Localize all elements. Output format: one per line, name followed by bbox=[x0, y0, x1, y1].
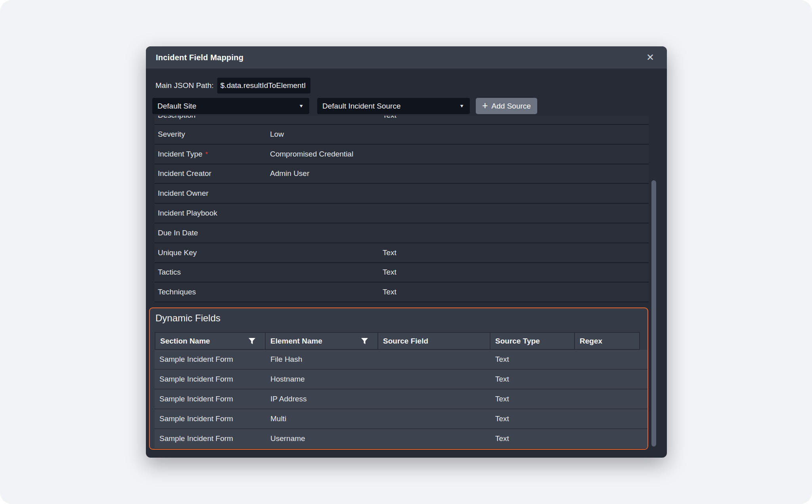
source-type-cell: Text bbox=[490, 355, 575, 364]
field-source-type: Text bbox=[383, 268, 649, 277]
column-header-label: Source Field bbox=[383, 337, 428, 346]
field-label: Unique Key bbox=[158, 248, 197, 257]
column-header-label: Element Name bbox=[270, 337, 322, 346]
dialog-title: Incident Field Mapping bbox=[156, 53, 243, 62]
field-label: Description bbox=[158, 116, 195, 120]
column-header[interactable]: Element Name bbox=[266, 332, 378, 350]
vertical-scrollbar[interactable] bbox=[651, 180, 656, 447]
field-source-type: Text bbox=[383, 288, 649, 296]
field-label: Incident Creator bbox=[158, 169, 211, 178]
field-value: Admin User bbox=[270, 169, 383, 178]
column-header-label: Section Name bbox=[160, 337, 210, 346]
filter-icon[interactable] bbox=[361, 338, 368, 344]
table-row[interactable]: Incident Playbook bbox=[155, 204, 649, 223]
section-name-cell: Sample Incident Form bbox=[155, 375, 266, 384]
table-row[interactable]: Tactics Text bbox=[155, 263, 649, 283]
table-row[interactable]: Unique Key Text bbox=[155, 243, 649, 263]
field-label: Techniques bbox=[158, 288, 196, 296]
chevron-down-icon: ▼ bbox=[459, 103, 464, 109]
chevron-down-icon: ▼ bbox=[299, 103, 304, 109]
plus-icon: + bbox=[482, 101, 488, 111]
table-row[interactable]: Sample Incident Form Username Text bbox=[155, 429, 647, 449]
table-row[interactable]: Techniques Text bbox=[155, 283, 649, 302]
incident-source-dropdown-value: Default Incident Source bbox=[322, 102, 401, 111]
json-path-row: Main JSON Path: bbox=[155, 78, 310, 94]
site-dropdown-value: Default Site bbox=[157, 102, 196, 111]
field-source-type: Text bbox=[383, 248, 649, 257]
table-row[interactable]: Sample Incident Form Multi Text bbox=[155, 409, 647, 429]
section-name-cell: Sample Incident Form bbox=[155, 414, 266, 423]
table-row[interactable]: Incident Type * Compromised Credential bbox=[155, 145, 649, 164]
required-asterisk: * bbox=[205, 151, 208, 158]
table-row[interactable]: Incident Creator Admin User bbox=[155, 164, 649, 184]
section-name-cell: Sample Incident Form bbox=[155, 434, 266, 443]
dynamic-fields-header-row: Section Name Element Name Source Field S… bbox=[155, 332, 647, 350]
json-path-label: Main JSON Path: bbox=[155, 81, 214, 90]
field-source-type: Text bbox=[383, 116, 649, 120]
table-row[interactable]: Due In Date bbox=[155, 223, 649, 243]
field-label: Incident Playbook bbox=[158, 209, 217, 218]
close-icon[interactable]: ✕ bbox=[642, 46, 658, 69]
add-source-button[interactable]: + Add Source bbox=[476, 98, 537, 114]
source-type-cell: Text bbox=[490, 375, 575, 384]
source-type-cell: Text bbox=[490, 414, 575, 423]
filter-icon[interactable] bbox=[249, 338, 255, 344]
incident-field-mapping-dialog: Incident Field Mapping ✕ Main JSON Path:… bbox=[146, 46, 667, 458]
table-row[interactable]: Sample Incident Form IP Address Text bbox=[155, 389, 647, 409]
field-label: Due In Date bbox=[158, 229, 198, 237]
dynamic-fields-heading: Dynamic Fields bbox=[155, 313, 220, 324]
field-value: Low bbox=[270, 130, 383, 139]
dialog-titlebar: Incident Field Mapping ✕ bbox=[146, 46, 667, 69]
field-label: Severity bbox=[158, 130, 185, 139]
table-row[interactable]: Sample Incident Form File Hash Text bbox=[155, 350, 647, 370]
table-row[interactable]: Incident Owner bbox=[155, 184, 649, 204]
incident-fields-table[interactable]: Description Text Severity Low Incident T… bbox=[155, 116, 649, 302]
source-controls-row: Default Site ▼ Default Incident Source ▼… bbox=[152, 98, 537, 114]
table-row[interactable]: Sample Incident Form Hostname Text bbox=[155, 370, 647, 389]
source-type-cell: Text bbox=[490, 434, 575, 443]
field-label: Incident Owner bbox=[158, 189, 209, 198]
header-spacer bbox=[640, 332, 647, 350]
section-name-cell: Sample Incident Form bbox=[155, 355, 266, 364]
column-header[interactable]: Source Field bbox=[378, 332, 490, 350]
table-row[interactable]: Description Text bbox=[155, 116, 649, 125]
source-type-cell: Text bbox=[490, 395, 575, 403]
dynamic-fields-rows: Sample Incident Form File Hash Text Samp… bbox=[155, 350, 647, 449]
column-header[interactable]: Source Type bbox=[490, 332, 575, 350]
section-name-cell: Sample Incident Form bbox=[155, 395, 266, 403]
element-name-cell: Hostname bbox=[266, 375, 378, 384]
element-name-cell: IP Address bbox=[266, 395, 378, 403]
field-label: Tactics bbox=[158, 268, 181, 277]
site-dropdown[interactable]: Default Site ▼ bbox=[152, 98, 309, 114]
element-name-cell: File Hash bbox=[266, 355, 378, 364]
json-path-input[interactable] bbox=[217, 78, 310, 94]
incident-source-dropdown[interactable]: Default Incident Source ▼ bbox=[317, 98, 470, 114]
dynamic-fields-section: Dynamic Fields Section Name Element Name… bbox=[149, 307, 648, 450]
column-header-label: Source Type bbox=[495, 337, 540, 346]
table-row[interactable]: Severity Low bbox=[155, 125, 649, 145]
column-header[interactable]: Regex bbox=[575, 332, 640, 350]
element-name-cell: Multi bbox=[266, 414, 378, 423]
dynamic-fields-table: Section Name Element Name Source Field S… bbox=[155, 332, 647, 449]
column-header-label: Regex bbox=[580, 337, 602, 346]
field-value: Compromised Credential bbox=[270, 150, 383, 158]
field-label: Incident Type bbox=[158, 150, 203, 158]
column-header[interactable]: Section Name bbox=[155, 332, 266, 350]
element-name-cell: Username bbox=[266, 434, 378, 443]
add-source-label: Add Source bbox=[492, 102, 531, 111]
screen: Incident Field Mapping ✕ Main JSON Path:… bbox=[0, 0, 812, 504]
